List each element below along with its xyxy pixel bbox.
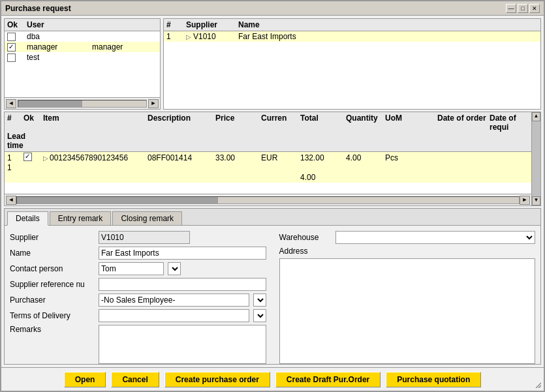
items-header: # Ok Item Description Price Curren Total… [5,112,531,152]
items-main: # Ok Item Description Price Curren Total… [5,112,531,205]
name-label: Name [10,249,95,258]
col-price: Price [215,113,261,132]
supplier-col-num: # [166,20,186,29]
supplier-row-name: Far East Imports [238,32,538,41]
item-desc: 08FF001414 [148,153,215,162]
col-item: Item [43,113,148,132]
details-content: Supplier Name Contact person ▼ Supplier … [5,226,540,367]
vscroll-down-btn[interactable]: ▼ [532,196,540,205]
user-panel-scrollbar: ◄ ► [5,97,160,109]
user-checkbox-dba[interactable] [7,33,16,41]
close-button[interactable]: ✕ [529,4,540,13]
supplier-ref-input[interactable] [99,278,266,291]
list-item[interactable]: dba [5,31,160,42]
items-table: # Ok Item Description Price Curren Total… [4,112,541,206]
terms-label: Terms of Delivery [10,311,95,320]
terms-select[interactable]: ▼ [253,309,266,322]
window-title: Purchase request [5,4,71,13]
hscroll-thumb [17,197,218,204]
list-item[interactable]: test [5,52,160,63]
contact-input[interactable] [99,262,164,275]
supplier-row-icon: ▷ [186,33,191,40]
create-draft-button[interactable]: Create Draft Pur.Order [275,372,381,387]
open-button[interactable]: Open [64,372,106,387]
item-ok-check[interactable] [23,153,32,161]
contact-row: Contact person ▼ [10,262,266,275]
purchaser-input[interactable] [99,294,249,307]
supplier-header: # Supplier Name [164,19,540,31]
item-num: 1 [7,153,23,162]
list-item[interactable]: manager manager [5,42,160,52]
resize-handle[interactable] [532,379,541,388]
user-panel: Ok User dba manager manager [4,18,161,110]
col-user: User [27,20,92,29]
remarks-textarea[interactable] [99,325,266,364]
col-lead: Lead time [7,132,23,150]
user-panel-body: dba manager manager test [5,31,160,97]
minimize-button[interactable]: — [506,4,516,13]
user-checkbox-manager[interactable] [7,43,16,52]
purchaser-select[interactable]: ▼ [253,294,266,307]
tab-details[interactable]: Details [7,211,48,226]
user-checkbox-test[interactable] [7,53,16,62]
item-id: 001234567890123456 [50,153,128,162]
quotation-button[interactable]: Purchase quotation [386,372,481,387]
col-ok: Ok [23,113,43,132]
col-date-requi: Date of requi [490,113,529,132]
supplier-input[interactable] [99,231,190,244]
address-area [279,258,536,364]
form-right: Warehouse Address [279,231,536,364]
items-body: 1 ▷ 001234567890123456 08FF001414 33.00 [5,152,531,194]
remarks-label: Remarks [10,325,95,334]
cancel-button[interactable]: Cancel [111,372,159,387]
scroll-track [18,100,147,108]
tab-closing-remark[interactable]: Closing remark [112,211,182,225]
name-input[interactable] [99,247,266,260]
scroll-left-btn[interactable]: ◄ [6,99,16,108]
terms-input[interactable] [99,309,249,322]
vscroll-track [532,121,540,196]
window-controls: — □ ✕ [506,4,540,13]
col-desc: Description [148,113,215,132]
supplier-ref-row: Supplier reference nu [10,278,266,291]
col-extra [92,20,157,29]
supplier-col-supplier: Supplier [186,20,238,29]
col-total: Total [300,113,346,132]
vscroll-up-btn[interactable]: ▲ [532,112,540,121]
list-item[interactable]: 1 ▷ V1010 Far East Imports [164,31,540,42]
scroll-thumb [18,100,82,107]
title-bar: Purchase request — □ ✕ [1,1,544,16]
items-section: # Ok Item Description Price Curren Total… [4,112,541,206]
terms-row: Terms of Delivery ▼ [10,309,266,322]
remarks-row: Remarks [10,325,266,364]
user-name-manager: manager [27,42,92,52]
supplier-row-id: V1010 [193,32,216,41]
items-scrollbar: ◄ ► [5,194,531,205]
tab-entry-remark[interactable]: Entry remark [50,211,112,225]
table-row-subtotal: 4.00 [5,173,531,183]
svg-line-0 [536,383,541,388]
hscroll-right-btn[interactable]: ► [520,196,530,205]
user-name-dba: dba [27,32,92,41]
contact-select[interactable]: ▼ [168,262,181,275]
supplier-col-name: Name [238,20,538,29]
create-po-button[interactable]: Create purchase order [164,372,270,387]
maximize-button[interactable]: □ [518,4,528,13]
supplier-label: Supplier [10,233,95,242]
col-date-order: Date of order [437,113,490,132]
col-num: # [7,113,23,132]
tabs: Details Entry remark Closing remark [5,209,540,226]
scroll-right-btn[interactable]: ► [148,99,159,108]
supplier-row: Supplier [10,231,266,244]
footer-buttons: Open Cancel Create purchase order Create… [1,367,544,391]
main-content: Ok User dba manager manager [1,16,544,367]
warehouse-label: Warehouse [279,233,332,242]
table-row[interactable]: 1 ▷ 001234567890123456 08FF001414 33.00 [5,152,531,173]
item-lead: 1 [7,163,23,172]
hscroll-left-btn[interactable]: ◄ [6,196,16,205]
svg-line-1 [538,385,541,388]
subtotal-value: 4.00 [300,173,346,182]
col-qty: Quantity [346,113,385,132]
warehouse-select[interactable] [335,231,536,244]
supplier-ref-label: Supplier reference nu [10,280,95,289]
